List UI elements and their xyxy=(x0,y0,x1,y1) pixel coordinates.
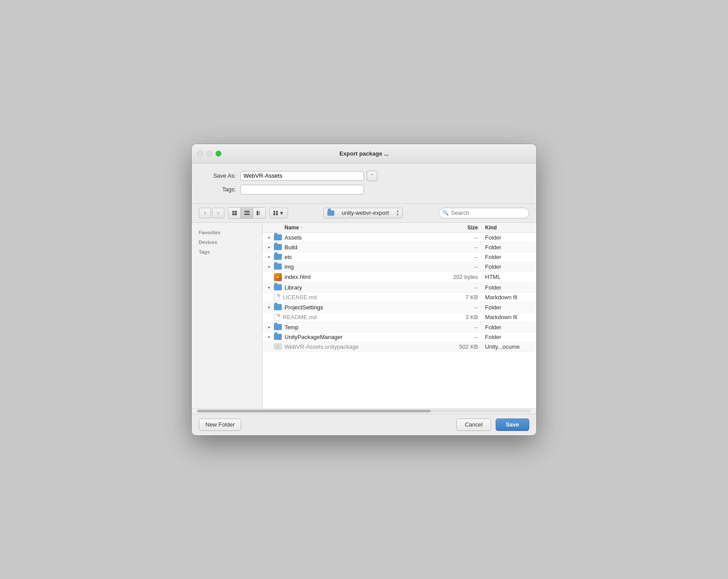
icon-view-button[interactable] xyxy=(228,208,241,218)
traffic-lights xyxy=(197,151,221,156)
grid-icon xyxy=(232,211,237,215)
scrollbar-track[interactable] xyxy=(197,410,531,412)
file-kind: Markdown fil xyxy=(478,294,531,301)
file-name: index.html xyxy=(284,274,434,280)
cancel-button[interactable]: Cancel xyxy=(456,419,491,431)
folder-icon xyxy=(274,284,282,290)
file-size: -- xyxy=(434,254,478,260)
file-name: LICENSE.md xyxy=(283,294,434,301)
minimize-button[interactable] xyxy=(206,151,212,156)
folder-icon xyxy=(274,234,282,240)
file-list-header: Name ↑ Size Kind xyxy=(262,223,536,233)
folder-icon xyxy=(274,244,282,250)
header-size[interactable]: Size xyxy=(434,225,478,231)
file-name: Build xyxy=(284,244,434,251)
sort-grid-icon xyxy=(273,211,278,215)
list-icon xyxy=(244,211,250,215)
sidebar-section-favorites: Favorites xyxy=(192,227,262,237)
file-size: -- xyxy=(434,244,478,251)
table-row[interactable]: ► etc -- Folder xyxy=(262,252,536,262)
collapse-expand-button[interactable]: ⌃ xyxy=(367,171,377,181)
table-row[interactable]: ► Temp -- Folder xyxy=(262,323,536,332)
table-row[interactable]: ► Assets -- Folder xyxy=(262,233,536,243)
save-as-input[interactable] xyxy=(240,171,364,181)
save-as-container: ⌃ xyxy=(240,171,377,181)
file-kind: Markdown fil xyxy=(478,314,531,320)
file-size: 3 KB xyxy=(434,314,478,320)
bottom-action-buttons: Cancel Save xyxy=(456,419,529,431)
scrollbar-thumb[interactable] xyxy=(197,410,431,412)
file-size: 202 bytes xyxy=(434,274,478,280)
toolbar: ‹ › xyxy=(192,204,536,223)
top-form: Save As: ⌃ Tags: xyxy=(192,164,536,204)
save-button[interactable]: Save xyxy=(496,419,529,431)
expand-arrow[interactable]: ► xyxy=(268,236,274,240)
forward-button[interactable]: › xyxy=(212,208,224,218)
table-row[interactable]: LICENSE.md 7 KB Markdown fil xyxy=(262,293,536,303)
search-icon: 🔍 xyxy=(443,210,449,216)
list-view-button[interactable] xyxy=(241,208,253,218)
file-size: 502 KB xyxy=(434,343,478,350)
file-name: etc xyxy=(284,254,434,260)
table-row[interactable]: ◇ WebVR-Assets.unitypackage 502 KB Unity… xyxy=(262,342,536,352)
scrollbar-area xyxy=(192,408,536,414)
folder-icon xyxy=(274,263,282,270)
table-row[interactable]: ► UnityPackageManager -- Folder xyxy=(262,332,536,342)
file-size: 7 KB xyxy=(434,294,478,301)
nav-buttons: ‹ › xyxy=(199,208,224,218)
sort-arrow: ▼ xyxy=(279,210,284,216)
file-name: UnityPackageManager xyxy=(284,334,434,340)
sort-button[interactable]: ▼ xyxy=(269,208,288,218)
folder-icon xyxy=(327,210,334,216)
file-name: WebVR-Assets.unitypackage xyxy=(284,343,434,350)
file-size: -- xyxy=(434,324,478,331)
expand-arrow[interactable]: ► xyxy=(268,305,274,309)
save-as-row: Save As: ⌃ xyxy=(201,171,527,181)
expand-arrow[interactable]: ► xyxy=(268,325,274,329)
back-button[interactable]: ‹ xyxy=(199,208,211,218)
expand-arrow[interactable]: ► xyxy=(268,255,274,259)
file-name: Library xyxy=(284,284,434,291)
view-buttons xyxy=(228,207,266,219)
file-kind: Folder xyxy=(478,234,531,241)
doc-file-icon xyxy=(274,314,280,321)
column-view-button[interactable] xyxy=(253,208,265,218)
expand-arrow[interactable]: ► xyxy=(268,286,274,290)
location-selector[interactable]: unity-webvr-export ▲ ▼ xyxy=(323,208,403,218)
close-button[interactable] xyxy=(197,151,203,156)
header-name[interactable]: Name ↑ xyxy=(284,225,434,231)
table-row[interactable]: ► ProjectSettings -- Folder xyxy=(262,303,536,312)
search-input[interactable] xyxy=(451,210,525,216)
sidebar-section-devices: Devices xyxy=(192,237,262,247)
file-kind: HTML xyxy=(478,274,531,280)
location-name: unity-webvr-export xyxy=(337,210,393,216)
bottom-bar: New Folder Cancel Save xyxy=(192,414,536,435)
maximize-button[interactable] xyxy=(216,151,221,156)
file-size: -- xyxy=(434,284,478,291)
file-size: -- xyxy=(434,263,478,270)
folder-icon xyxy=(274,334,282,340)
file-kind: Folder xyxy=(478,254,531,260)
file-name: ProjectSettings xyxy=(284,304,434,311)
folder-icon xyxy=(274,324,282,330)
file-kind: Folder xyxy=(478,304,531,311)
table-row[interactable]: ► img -- Folder xyxy=(262,262,536,272)
new-folder-button[interactable]: New Folder xyxy=(199,419,241,431)
header-kind[interactable]: Kind xyxy=(478,225,531,231)
dialog-window: Export package ... Save As: ⌃ Tags: ‹ › xyxy=(192,144,536,435)
doc-file-icon xyxy=(274,294,280,301)
tags-input[interactable] xyxy=(240,185,364,194)
expand-arrow[interactable]: ► xyxy=(268,265,274,269)
file-name: img xyxy=(284,263,434,270)
table-row[interactable]: README.md 3 KB Markdown fil xyxy=(262,312,536,323)
file-list: Name ↑ Size Kind ► Assets -- Folder ► Bu… xyxy=(262,223,536,408)
file-kind: Folder xyxy=(478,284,531,291)
file-kind: Folder xyxy=(478,324,531,331)
table-row[interactable]: H index.html 202 bytes HTML xyxy=(262,272,536,283)
table-row[interactable]: ► Build -- Folder xyxy=(262,243,536,252)
stepper-arrows: ▲ ▼ xyxy=(396,210,399,216)
expand-arrow[interactable]: ► xyxy=(268,245,274,249)
expand-arrow[interactable]: ► xyxy=(268,335,274,339)
table-row[interactable]: ► Library -- Folder xyxy=(262,283,536,293)
folder-icon xyxy=(274,304,282,310)
